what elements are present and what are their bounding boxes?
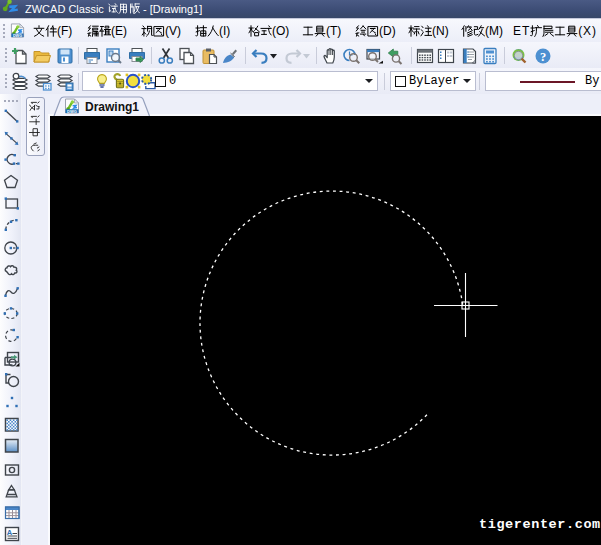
svg-text:A: A <box>7 528 13 537</box>
svg-text:DWG: DWG <box>67 109 77 114</box>
svg-text:?: ? <box>540 50 546 64</box>
svg-text:DWG: DWG <box>13 34 22 38</box>
